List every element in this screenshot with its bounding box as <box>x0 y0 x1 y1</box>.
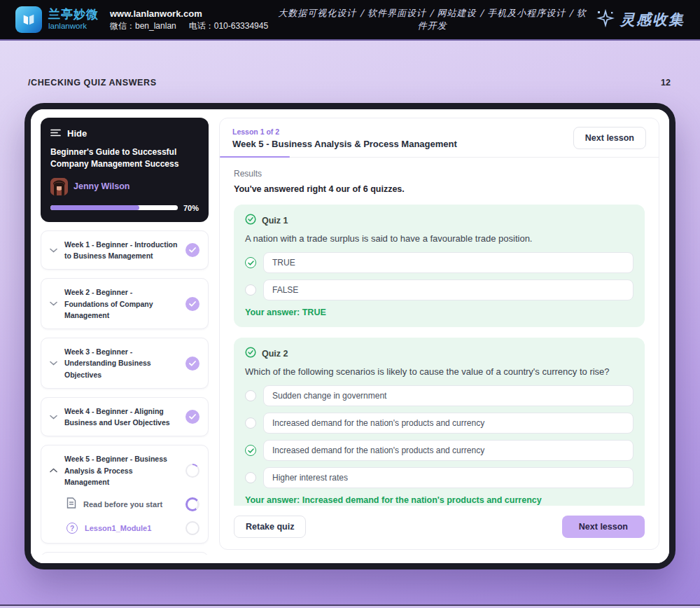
wechat-text: 微信：ben_lanlan <box>110 21 176 31</box>
option-checked-icon <box>245 257 256 268</box>
lesson-header: Lesson 1 of 2 Week 5 - Business Analysis… <box>220 118 659 158</box>
option-unchecked-icon <box>245 284 256 296</box>
week-label: Week 2 - Beginner - Foundations of Compa… <box>64 286 178 321</box>
quiz-name: Quiz 1 <box>262 216 288 226</box>
brand: 灵感收集 <box>596 9 685 30</box>
check-circle-icon <box>245 214 256 228</box>
hide-label: Hide <box>67 128 87 139</box>
logo-title: 兰亭妙微 <box>48 8 99 22</box>
contact-info: www.lanlanwork.com 微信：ben_lanlan 电话：010-… <box>110 8 268 32</box>
completed-check-icon <box>186 243 200 257</box>
lesson-progress-label: Lesson 1 of 2 <box>232 127 457 136</box>
option-text[interactable]: Increased demand for the nation's produc… <box>263 413 634 434</box>
brand-name: 灵感收集 <box>620 10 685 29</box>
services-text: 大数据可视化设计 / 软件界面设计 / 网站建设 / 手机及小程序设计 / 软件… <box>268 7 596 32</box>
book-logo-icon <box>15 6 42 33</box>
chevron-up-icon[interactable] <box>50 468 57 473</box>
sidebar-header: Hide Beginner's Guide to Successful Comp… <box>41 118 209 222</box>
sidebar-item-week1[interactable]: Week 1 - Beginner - Introduction to Busi… <box>41 230 209 270</box>
quiz1-option-true[interactable]: TRUE <box>245 252 634 273</box>
chevron-down-icon[interactable] <box>50 415 57 420</box>
quiz2-option-2[interactable]: Increased demand for the nation's produc… <box>245 413 634 434</box>
quiz1-card: Quiz 1 A nation with a trade surplus is … <box>234 205 645 327</box>
user-name: Jenny Wilson <box>74 181 130 191</box>
hamburger-icon <box>50 127 61 139</box>
check-circle-icon <box>245 347 256 361</box>
week-label: Week 1 - Beginner - Introduction to Busi… <box>64 239 178 262</box>
question-icon: ? <box>66 523 78 534</box>
week-label: Week 4 - Beginner - Aligning Business an… <box>64 406 178 429</box>
document-icon <box>66 497 76 511</box>
results-section: Results You've answered right 4 our of 6… <box>220 158 659 506</box>
retake-quiz-button[interactable]: Retake quiz <box>234 516 306 538</box>
option-unchecked-icon <box>245 390 256 401</box>
progress-ring-icon <box>186 497 200 511</box>
quiz2-card: Quiz 2 Which of the following scenarios … <box>234 338 645 506</box>
quiz-footer: Retake quiz Next lesson <box>220 506 659 549</box>
course-progress: 70% <box>50 204 199 212</box>
week-label: Week 5 - Beginner - Business Analysis & … <box>64 453 178 488</box>
chevron-down-icon[interactable] <box>50 301 57 306</box>
course-title: Beginner's Guide to Successful Company M… <box>50 146 199 171</box>
progress-ring-icon <box>186 464 200 478</box>
results-label: Results <box>234 169 645 179</box>
hide-sidebar-button[interactable]: Hide <box>50 127 199 139</box>
sidebar-subitem-read-before[interactable]: Read before you start <box>50 497 200 511</box>
sidebar-item-week4[interactable]: Week 4 - Beginner - Aligning Business an… <box>41 397 209 437</box>
quiz2-option-1[interactable]: Sudden change in government <box>245 385 634 406</box>
chevron-down-icon[interactable] <box>50 361 57 366</box>
lesson-panel: Lesson 1 of 2 Week 5 - Business Analysis… <box>219 118 659 550</box>
your-answer-text: Your answer: Increased demand for the na… <box>245 495 634 505</box>
completed-check-icon <box>186 357 200 371</box>
empty-circle-icon <box>186 521 200 535</box>
chevron-down-icon[interactable] <box>50 248 57 253</box>
quiz-name: Quiz 2 <box>262 349 288 359</box>
device-frame: Hide Beginner's Guide to Successful Comp… <box>24 103 676 569</box>
avatar <box>50 178 68 195</box>
logo: 兰亭妙微 lanlanwork <box>15 6 99 33</box>
subitem-label: Read before you start <box>83 500 178 509</box>
page-number: 12 <box>661 78 671 88</box>
top-banner: 兰亭妙微 lanlanwork www.lanlanwork.com 微信：be… <box>0 0 700 41</box>
sidebar-item-week3[interactable]: Week 3 - Beginner - Understanding Busine… <box>41 338 209 389</box>
website-text: www.lanlanwork.com <box>110 8 268 20</box>
option-text[interactable]: TRUE <box>263 252 634 273</box>
completed-check-icon <box>186 410 200 424</box>
next-lesson-button-bottom[interactable]: Next lesson <box>562 516 645 538</box>
lesson-title: Week 5 - Business Analysis & Process Man… <box>232 139 457 149</box>
option-checked-icon <box>245 445 256 456</box>
option-text[interactable]: Higher interest rates <box>263 467 634 488</box>
option-unchecked-icon <box>245 472 256 483</box>
subitem-label: Lesson1_Module1 <box>85 524 178 532</box>
page: 兰亭妙微 lanlanwork www.lanlanwork.com 微信：be… <box>0 0 700 608</box>
page-title: /CHECKING QUIZ ANSWERS <box>28 78 157 88</box>
completed-check-icon <box>186 297 200 311</box>
sidebar-subitem-lesson1-module1[interactable]: ? Lesson1_Module1 <box>50 521 200 535</box>
progress-bar <box>50 205 178 210</box>
user-row: Jenny Wilson <box>50 178 199 195</box>
results-summary: You've answered right 4 our of 6 quizzes… <box>234 184 645 194</box>
week-label: Week 3 - Beginner - Understanding Busine… <box>64 346 178 380</box>
quiz2-option-3[interactable]: Increased demand for the nation's produc… <box>245 440 634 461</box>
sidebar-item-week2[interactable]: Week 2 - Beginner - Foundations of Compa… <box>41 278 209 329</box>
next-lesson-button-top[interactable]: Next lesson <box>573 127 646 149</box>
option-text[interactable]: FALSE <box>263 279 634 300</box>
option-text[interactable]: Increased demand for the nation's produc… <box>263 440 634 461</box>
course-sidebar: Hide Beginner's Guide to Successful Comp… <box>41 118 209 555</box>
quiz2-option-4[interactable]: Higher interest rates <box>245 467 634 488</box>
sidebar-item-week5-expanded[interactable]: Week 5 - Beginner - Business Analysis & … <box>41 445 209 544</box>
sparkle-star-icon <box>596 9 615 30</box>
your-answer-text: Your answer: TRUE <box>245 308 634 317</box>
sidebar-item-week6[interactable]: Week 6 - Beginner - Strategies for Succe… <box>41 552 209 555</box>
phone-text: 电话：010-63334945 <box>189 21 268 31</box>
quiz-question: Which of the following scenarios is like… <box>245 366 634 377</box>
logo-subtitle: lanlanwork <box>48 22 99 31</box>
option-text[interactable]: Sudden change in government <box>263 385 634 406</box>
quiz1-option-false[interactable]: FALSE <box>245 279 634 300</box>
progress-percent: 70% <box>183 204 199 212</box>
option-unchecked-icon <box>245 417 256 429</box>
quiz-question: A nation with a trade surplus is said to… <box>245 233 634 244</box>
